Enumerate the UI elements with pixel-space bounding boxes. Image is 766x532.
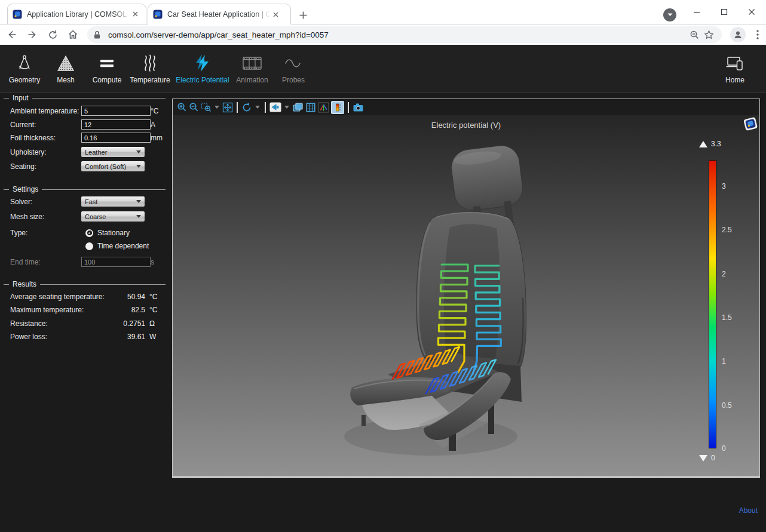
zoom-extents-icon — [222, 102, 233, 113]
seating-label: Seating: — [10, 162, 36, 171]
result-value: 39.61 — [90, 333, 145, 341]
ribbon-label: Temperature — [130, 76, 170, 84]
ribbon-label: Home — [725, 76, 744, 84]
zoom-out-icon — [189, 102, 199, 112]
reload-button[interactable] — [44, 26, 61, 43]
seating-dropdown[interactable]: Comfort (Soft) — [81, 161, 145, 171]
solver-label: Solver: — [10, 198, 32, 206]
window-minimize-button[interactable] — [688, 5, 706, 19]
laptop-phone-icon — [726, 53, 744, 74]
rotate-dropdown[interactable] — [254, 102, 261, 113]
ribbon-button-compute[interactable]: Compute — [88, 45, 126, 93]
home-button[interactable] — [65, 26, 81, 43]
radio-stationary[interactable]: Stationary — [85, 229, 130, 237]
zoom-box-dropdown[interactable] — [213, 102, 220, 113]
browser-tab-application-library[interactable]: Application Library | COMSOL Se — [7, 4, 146, 24]
result-unit: °C — [149, 306, 157, 314]
color-legend-icon — [333, 103, 342, 112]
profile-avatar[interactable] — [730, 27, 746, 42]
mesh-size-label: Mesh size: — [10, 213, 44, 221]
ribbon-button-electric-potential[interactable]: Electric Potential — [176, 45, 229, 93]
solver-value: Fast — [85, 198, 97, 205]
zoom-box-button[interactable] — [201, 102, 212, 113]
forward-button[interactable] — [24, 26, 41, 43]
ribbon-button-home[interactable]: Home — [716, 45, 753, 93]
screen: Application Library | COMSOL Se Car Seat… — [0, 0, 766, 532]
comsol-logo[interactable] — [742, 115, 759, 132]
tab-search-button[interactable] — [663, 8, 676, 21]
zoom-indicator-button[interactable] — [687, 27, 701, 42]
compass-icon — [16, 53, 33, 74]
colorbar-max-marker: 3.3 — [699, 140, 721, 148]
zoom-extents-button[interactable] — [222, 102, 233, 113]
colorbar-tick: 2 — [722, 270, 746, 278]
ambient-temperature-field[interactable] — [81, 106, 151, 116]
triangle-down-icon — [699, 455, 707, 462]
current-field[interactable] — [81, 119, 151, 130]
window-maximize-button[interactable] — [715, 5, 733, 19]
ribbon-button-probes[interactable]: Probes — [275, 45, 311, 93]
tab-title: Application Library | COMSOL Se — [27, 10, 130, 19]
mesh-size-dropdown[interactable]: Coarse — [81, 211, 145, 222]
seating-value: Comfort (Soft) — [85, 163, 126, 170]
browser-tab-car-seat-heater[interactable]: Car Seat Heater Application | CO — [148, 4, 291, 24]
bookmark-button[interactable] — [701, 27, 716, 42]
solver-dropdown[interactable]: Fast — [81, 196, 145, 207]
back-button[interactable] — [4, 26, 20, 43]
upholstery-value: Leather — [85, 149, 107, 156]
colorbar-tick: 3 — [722, 182, 746, 190]
radio-label: Time dependent — [97, 242, 149, 250]
chevron-down-icon — [136, 165, 141, 168]
ribbon-button-geometry[interactable]: Geometry — [7, 45, 42, 93]
url-input[interactable] — [107, 30, 687, 40]
radio-time-dependent[interactable]: Time dependent — [85, 242, 149, 250]
chevron-down-icon — [255, 106, 260, 109]
rotate-view-button[interactable] — [241, 102, 252, 113]
screenshot-button[interactable] — [353, 102, 364, 113]
foil-thickness-field[interactable] — [81, 133, 151, 143]
ribbon-button-animation[interactable]: Animation — [232, 45, 272, 93]
chevron-down-icon — [136, 150, 141, 153]
browser-menu-button[interactable] — [749, 26, 766, 43]
radio-label: Stationary — [97, 229, 130, 237]
color-legend-toggle[interactable] — [331, 101, 344, 114]
colorbar-tick: 0.5 — [722, 401, 746, 410]
url-omnibox[interactable] — [87, 26, 722, 43]
equals-icon — [99, 53, 115, 74]
colorbar-tick: 0 — [722, 444, 746, 453]
chevron-down-icon — [215, 106, 219, 109]
arrow-left-icon — [7, 29, 17, 40]
result-unit: °C — [149, 293, 157, 301]
plus-icon — [299, 11, 307, 19]
zoom-out-button[interactable] — [189, 102, 199, 113]
comsol-favicon — [13, 10, 22, 19]
end-time-field[interactable] — [81, 257, 151, 267]
transparency-button[interactable] — [292, 102, 304, 113]
window-close-button[interactable] — [743, 5, 761, 19]
current-label: Current: — [10, 121, 36, 129]
ribbon-label: Probes — [282, 76, 305, 84]
scene-light-dropdown[interactable] — [283, 102, 290, 113]
reload-icon — [48, 30, 58, 40]
zoom-in-icon — [177, 102, 187, 112]
ribbon-button-temperature[interactable]: Temperature — [127, 45, 173, 93]
zoom-in-button[interactable] — [177, 102, 187, 113]
scene-light-button[interactable] — [269, 102, 281, 113]
axes-orientation-button[interactable] — [318, 102, 329, 113]
about-link[interactable]: About — [739, 506, 758, 515]
upholstery-label: Upholstery: — [10, 148, 47, 156]
tab-title: Car Seat Heater Application | CO — [167, 10, 270, 19]
mesh-triangle-icon — [56, 53, 75, 74]
result-label: Maximum temperature: — [10, 306, 84, 314]
mesh-size-value: Coarse — [85, 213, 106, 220]
tab-close-icon[interactable] — [130, 9, 140, 20]
plot-title: Electric potential (V) — [173, 121, 759, 130]
new-tab-button[interactable] — [296, 8, 310, 22]
end-time-label: End time: — [10, 258, 41, 266]
upholstery-dropdown[interactable]: Leather — [81, 147, 145, 157]
result-value: 82.5 — [90, 306, 145, 314]
tab-close-icon[interactable] — [270, 9, 281, 20]
ribbon-button-mesh[interactable]: Mesh — [48, 45, 83, 93]
plot-canvas[interactable]: Electric potential (V) — [173, 115, 759, 476]
grid-button[interactable] — [305, 102, 316, 113]
